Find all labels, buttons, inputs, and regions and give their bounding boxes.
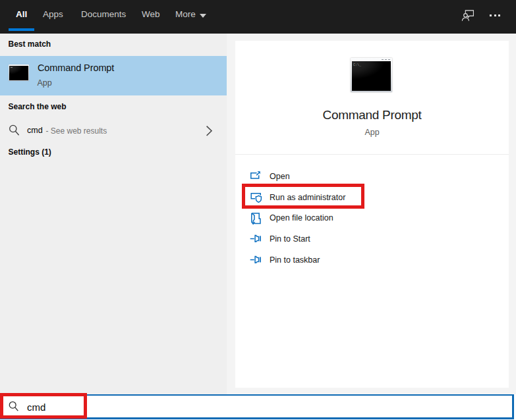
svg-text:C:\_: C:\_ — [353, 63, 362, 67]
